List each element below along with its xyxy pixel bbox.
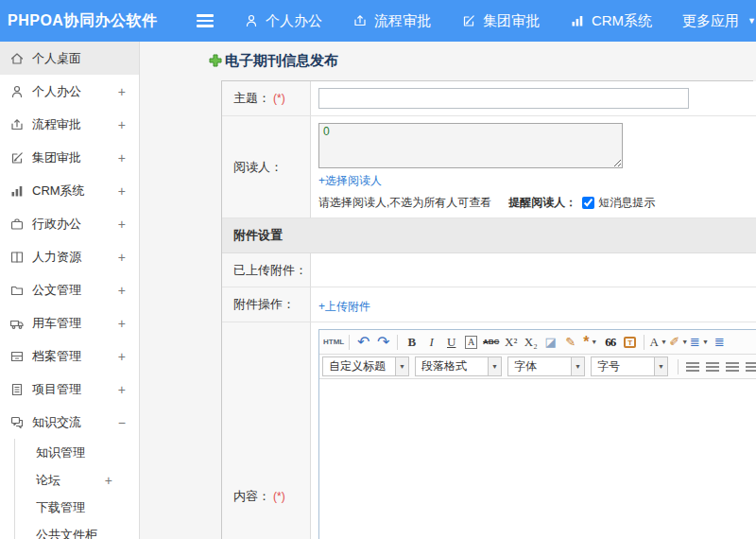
folder-icon bbox=[9, 283, 25, 298]
nav-workflow-approval[interactable]: 流程审批 bbox=[352, 12, 431, 30]
app-logo[interactable]: PHPOA协同办公软件 bbox=[0, 11, 181, 31]
ordered-list-button[interactable]: ≣▼ bbox=[689, 333, 710, 352]
undo-button[interactable]: ↶ bbox=[353, 333, 373, 352]
nav-item-label: 流程审批 bbox=[374, 12, 431, 30]
sidebar-item-label: 项目管理 bbox=[32, 381, 81, 398]
nav-item-label: CRM系统 bbox=[592, 12, 652, 30]
blockquote-button[interactable]: 66 bbox=[600, 333, 620, 352]
readers-textarea[interactable]: 0 bbox=[318, 123, 623, 168]
sidebar-item-label: 公文管理 bbox=[32, 282, 81, 299]
nav-crm-system[interactable]: CRM系统 bbox=[570, 12, 652, 30]
sidebar-item-human-resources[interactable]: 人力资源 + bbox=[0, 240, 139, 273]
nav-personal-office[interactable]: 个人办公 bbox=[244, 12, 322, 30]
expand-icon[interactable]: + bbox=[118, 183, 126, 199]
readers-hint-line: 请选择阅读人,不选为所有人可查看 提醒阅读人： 短消息提示 bbox=[318, 195, 756, 211]
bullet-list-button[interactable]: ≣ bbox=[710, 333, 730, 352]
caret-down-icon: ▼ bbox=[591, 339, 597, 345]
readers-label-text: 阅读人： bbox=[233, 159, 283, 176]
expand-icon[interactable]: + bbox=[105, 473, 112, 488]
caret-down-icon: ▼ bbox=[702, 339, 709, 345]
html-source-button[interactable]: HTML bbox=[322, 333, 345, 352]
top-nav: 个人办公 流程审批 集团审批 CRM系统 更多应用 ▼ bbox=[244, 12, 756, 30]
italic-button[interactable]: I bbox=[421, 333, 441, 352]
sidebar-item-knowledge-exchange[interactable]: 知识交流 − bbox=[0, 406, 139, 439]
expand-icon[interactable]: + bbox=[118, 117, 126, 132]
sidebar-subitem-knowledge-management[interactable]: 知识管理 bbox=[14, 439, 139, 466]
redo-button[interactable]: ↷ bbox=[373, 333, 393, 352]
subscript-button[interactable]: X₂ bbox=[521, 333, 541, 352]
subject-label-text: 主题： bbox=[233, 90, 270, 107]
sidebar-item-label: 个人桌面 bbox=[32, 50, 81, 67]
sidebar-item-vehicle-management[interactable]: 用车管理 + bbox=[0, 306, 139, 339]
clear-format-button[interactable]: ✎ bbox=[560, 333, 580, 352]
expand-icon[interactable]: + bbox=[118, 84, 126, 99]
sidebar-subitem-forum[interactable]: 论坛 + bbox=[14, 466, 139, 494]
eraser-button[interactable]: ◪ bbox=[541, 333, 560, 352]
sidebar-item-personal-office[interactable]: 个人办公 + bbox=[0, 75, 139, 108]
subject-input[interactable] bbox=[318, 88, 689, 109]
select-readers-link[interactable]: +选择阅读人 bbox=[318, 173, 382, 189]
caret-down-icon: ▼ bbox=[571, 357, 584, 375]
nav-group-approval[interactable]: 集团审批 bbox=[461, 12, 540, 30]
align-justify-button[interactable] bbox=[742, 357, 756, 376]
content-field-cell: HTML↶↷BIUAABCX²X₂◪✎*▼66TA▼✐▼≣▼≣ 自定义标题▼段落… bbox=[311, 322, 756, 539]
font-size-select[interactable]: 字号▼ bbox=[591, 356, 668, 376]
main-content: 电子期刊信息发布 主题： (*) 阅读人： 0 +选择阅读人 bbox=[140, 42, 756, 539]
sidebar-subitem-public-file-cabinet[interactable]: 公共文件柜 bbox=[14, 521, 139, 539]
attachment-section-header: 附件设置 bbox=[222, 218, 756, 253]
sidebar-item-document-management[interactable]: 公文管理 + bbox=[0, 273, 139, 306]
expand-icon[interactable]: + bbox=[118, 349, 126, 364]
hamburger-menu-icon[interactable] bbox=[193, 8, 217, 34]
attachment-actions-cell: +上传附件 bbox=[311, 287, 756, 322]
paragraph-format-select[interactable]: 段落格式▼ bbox=[415, 356, 502, 376]
expand-icon[interactable]: + bbox=[118, 150, 126, 165]
editor-toolbar-row2: 自定义标题▼段落格式▼字体▼字号▼∞⊘ bbox=[319, 355, 756, 379]
sidebar-item-label: 论坛 bbox=[36, 472, 60, 489]
sidebar-item-label: 下载管理 bbox=[36, 499, 85, 516]
insert-date-button[interactable]: T bbox=[620, 333, 640, 352]
chat-icon bbox=[9, 415, 25, 430]
collapse-icon[interactable]: − bbox=[118, 415, 126, 430]
highlight-color-button[interactable]: ✐▼ bbox=[668, 333, 689, 352]
superscript-button[interactable]: X² bbox=[501, 333, 521, 352]
expand-icon[interactable]: + bbox=[118, 283, 126, 298]
sidebar-item-admin-office[interactable]: 行政办公 + bbox=[0, 207, 139, 240]
editor-content-area[interactable] bbox=[319, 379, 756, 539]
caret-down-icon: ▼ bbox=[488, 357, 501, 375]
sidebar-item-label: 知识管理 bbox=[36, 444, 85, 461]
upload-attachment-link[interactable]: +上传附件 bbox=[318, 299, 370, 315]
nav-item-label: 更多应用 bbox=[682, 12, 739, 30]
sms-checkbox[interactable] bbox=[582, 197, 594, 209]
font-family-select[interactable]: 字体▼ bbox=[507, 356, 585, 376]
strikethrough-button[interactable]: ABC bbox=[481, 333, 501, 352]
sidebar-item-archive-management[interactable]: 档案管理 + bbox=[0, 339, 139, 373]
sidebar-item-personal-desktop[interactable]: 个人桌面 bbox=[0, 42, 139, 75]
expand-icon[interactable]: + bbox=[118, 316, 126, 331]
align-right-button[interactable] bbox=[722, 357, 742, 376]
top-header: PHPOA协同办公软件 个人办公 流程审批 集团审批 CRM系统 更多应用 ▼ bbox=[0, 0, 756, 42]
publish-form: 主题： (*) 阅读人： 0 +选择阅读人 请选择阅读人,不选为所有人可查看 提… bbox=[221, 80, 753, 539]
phpoa-app: PHPOA协同办公软件 个人办公 流程审批 集团审批 CRM系统 更多应用 ▼ … bbox=[0, 0, 756, 539]
bold-button[interactable]: B bbox=[402, 333, 421, 352]
attachment-actions-label-text: 附件操作： bbox=[233, 296, 295, 313]
add-icon bbox=[209, 54, 222, 67]
align-left-button[interactable] bbox=[682, 357, 702, 376]
nav-more-apps[interactable]: 更多应用 ▼ bbox=[682, 12, 756, 30]
font-color-button[interactable]: A▼ bbox=[648, 333, 668, 352]
font-style-button[interactable]: A bbox=[461, 333, 481, 352]
toolbar-separator bbox=[397, 335, 398, 350]
sidebar-item-group-approval[interactable]: 集团审批 + bbox=[0, 141, 139, 174]
expand-icon[interactable]: + bbox=[118, 382, 126, 397]
sidebar-item-crm-system[interactable]: CRM系统 + bbox=[0, 174, 139, 207]
custom-title-select[interactable]: 自定义标题▼ bbox=[322, 356, 409, 376]
align-center-button[interactable] bbox=[702, 357, 722, 376]
doc-icon bbox=[9, 382, 25, 397]
expand-icon[interactable]: + bbox=[118, 250, 126, 265]
format-painter-button[interactable]: *▼ bbox=[580, 333, 600, 352]
sidebar-item-workflow-approval[interactable]: 流程审批 + bbox=[0, 108, 139, 141]
toolbar-separator bbox=[349, 335, 350, 350]
expand-icon[interactable]: + bbox=[118, 217, 126, 232]
sidebar-subitem-download-management[interactable]: 下载管理 bbox=[14, 494, 139, 521]
underline-button[interactable]: U bbox=[441, 333, 461, 352]
sidebar-item-project-management[interactable]: 项目管理 + bbox=[0, 373, 139, 406]
